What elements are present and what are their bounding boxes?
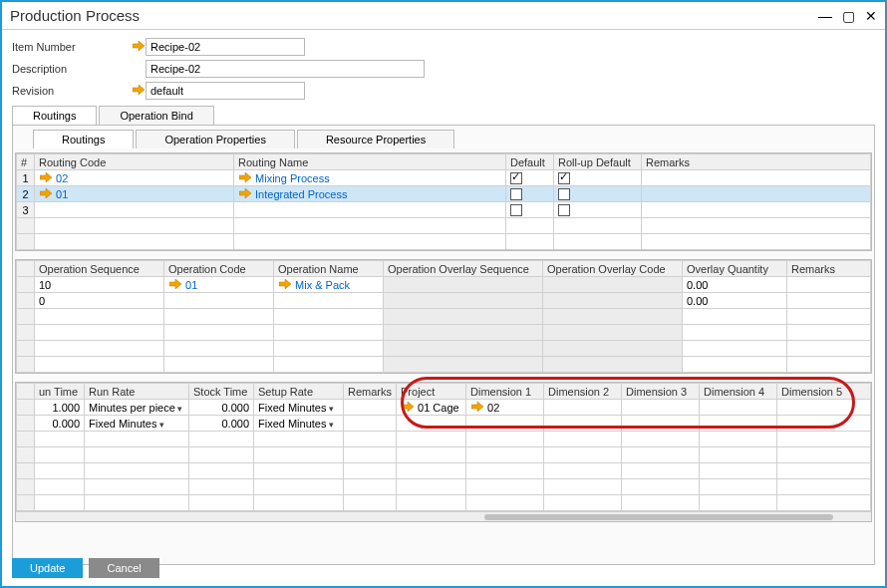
- arrow-icon: [132, 41, 146, 53]
- col-remarks3: Remarks: [344, 384, 397, 400]
- revision-label: Revision: [12, 85, 132, 97]
- table-row[interactable]: 1 02 Mixing Process: [17, 170, 871, 186]
- checkbox-default[interactable]: [510, 204, 522, 216]
- window-title: Production Process: [10, 7, 818, 24]
- subtab-routings[interactable]: Routings: [33, 130, 134, 148]
- arrow-icon: [238, 188, 252, 200]
- col-op-code: Operation Code: [164, 261, 274, 277]
- runrate-dropdown[interactable]: Minutes per piece: [85, 400, 189, 416]
- runrate-dropdown[interactable]: Fixed Minutes: [85, 416, 189, 432]
- checkbox-default[interactable]: [510, 188, 522, 200]
- item-number-label: Item Number: [12, 41, 132, 53]
- setup-dropdown[interactable]: Fixed Minutes: [254, 400, 344, 416]
- close-icon[interactable]: ✕: [865, 8, 877, 24]
- arrow-icon: [132, 85, 146, 97]
- table-row[interactable]: 10 01 Mix & Pack 0.00: [17, 277, 871, 293]
- col-dim5: Dimension 5: [777, 384, 871, 400]
- col-default: Default: [506, 154, 554, 170]
- col-routing-code: Routing Code: [35, 154, 234, 170]
- col-stock: Stock Time: [189, 384, 254, 400]
- subtab-operation-properties[interactable]: Operation Properties: [136, 130, 295, 148]
- horizontal-scrollbar[interactable]: [16, 511, 871, 521]
- col-ov-qty: Overlay Quantity: [683, 261, 787, 277]
- arrow-icon: [39, 188, 53, 200]
- description-field[interactable]: [146, 60, 425, 78]
- col-num: #: [17, 154, 35, 170]
- subtab-resource-properties[interactable]: Resource Properties: [297, 130, 454, 148]
- arrow-icon: [401, 402, 415, 414]
- tab-operation-bind[interactable]: Operation Bind: [99, 106, 213, 125]
- table-row[interactable]: 0 0.00: [17, 293, 871, 309]
- update-button[interactable]: Update: [12, 558, 83, 578]
- operations-grid[interactable]: Operation Sequence Operation Code Operat…: [16, 260, 871, 373]
- col-routing-name: Routing Name: [234, 154, 506, 170]
- setup-dropdown[interactable]: Fixed Minutes: [254, 416, 344, 432]
- table-row[interactable]: 2 01 Integrated Process: [17, 186, 871, 202]
- table-row[interactable]: 3: [17, 202, 871, 218]
- col-blank: [17, 261, 35, 277]
- arrow-icon: [39, 172, 53, 184]
- project-input[interactable]: [401, 417, 461, 430]
- col-ov-seq: Operation Overlay Sequence: [384, 261, 543, 277]
- revision-field[interactable]: [146, 82, 305, 100]
- col-dim1: Dimension 1: [466, 384, 544, 400]
- col-remarks2: Remarks: [787, 261, 871, 277]
- arrow-icon: [238, 172, 252, 184]
- window: Production Process — ▢ ✕ Item Number Des…: [0, 0, 887, 588]
- details-grid[interactable]: un Time Run Rate Stock Time Setup Rate R…: [16, 383, 871, 511]
- col-op-seq: Operation Sequence: [35, 261, 164, 277]
- col-dim2: Dimension 2: [544, 384, 622, 400]
- col-dim3: Dimension 3: [622, 384, 700, 400]
- col-dim4: Dimension 4: [700, 384, 777, 400]
- col-project: Project: [397, 384, 466, 400]
- col-blank3: [17, 384, 35, 400]
- item-number-field[interactable]: [146, 38, 305, 56]
- arrow-icon: [168, 279, 182, 291]
- col-op-name: Operation Name: [274, 261, 384, 277]
- col-ov-code: Operation Overlay Code: [543, 261, 683, 277]
- col-rollup: Roll-up Default: [554, 154, 642, 170]
- checkbox-default[interactable]: [510, 172, 522, 184]
- tab-routings[interactable]: Routings: [12, 106, 97, 125]
- col-remarks: Remarks: [642, 154, 871, 170]
- table-row[interactable]: 1.000 Minutes per piece 0.000 Fixed Minu…: [17, 400, 871, 416]
- col-runtime: un Time: [35, 384, 85, 400]
- table-row[interactable]: 0.000 Fixed Minutes 0.000 Fixed Minutes: [17, 416, 871, 432]
- arrow-icon: [470, 402, 484, 414]
- routings-grid[interactable]: # Routing Code Routing Name Default Roll…: [16, 153, 871, 250]
- minimize-icon[interactable]: —: [818, 8, 832, 24]
- col-setup: Setup Rate: [254, 384, 344, 400]
- titlebar: Production Process — ▢ ✕: [2, 2, 885, 30]
- col-runrate: Run Rate: [85, 384, 189, 400]
- arrow-icon: [278, 279, 292, 291]
- description-label: Description: [12, 63, 132, 75]
- checkbox-rollup[interactable]: [558, 204, 570, 216]
- maximize-icon[interactable]: ▢: [842, 8, 855, 24]
- cancel-button[interactable]: Cancel: [89, 558, 158, 578]
- checkbox-rollup[interactable]: [558, 172, 570, 184]
- checkbox-rollup[interactable]: [558, 188, 570, 200]
